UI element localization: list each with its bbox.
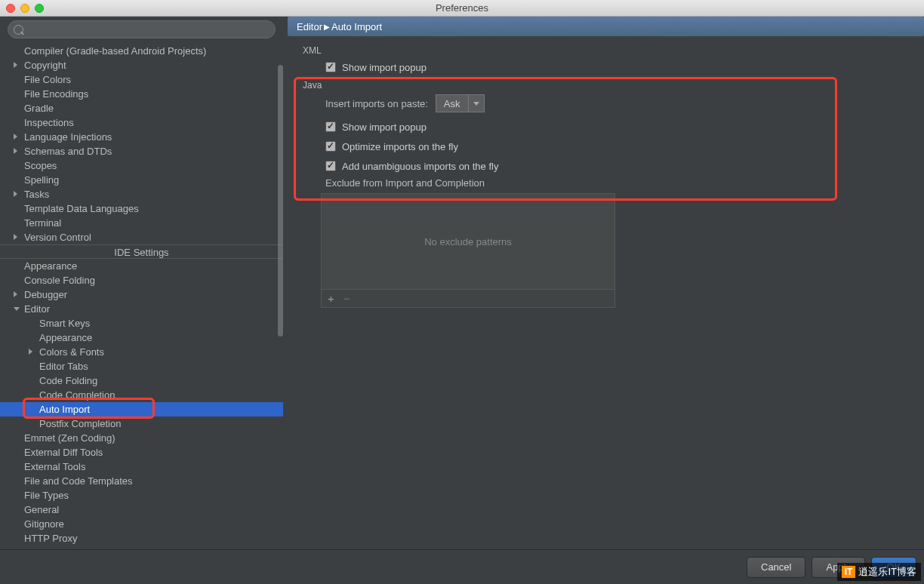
sidebar-item[interactable]: Postfix Completion — [0, 416, 283, 431]
insert-on-paste-select[interactable]: Ask — [436, 94, 485, 112]
minimize-window-button[interactable] — [20, 4, 29, 13]
java-optimize-label: Optimize imports on the fly — [342, 141, 458, 152]
sidebar-item[interactable]: Spelling — [0, 173, 283, 187]
sidebar-item-label: Editor — [24, 303, 50, 315]
sidebar-item-label: Scopes — [24, 160, 57, 171]
settings-content: XML Show import popup Java Insert import… — [288, 36, 924, 549]
breadcrumb: Editor ▶ Auto Import — [288, 17, 924, 36]
exclude-placeholder: No exclude patterns — [424, 236, 512, 247]
sidebar-item[interactable]: File and Code Templates — [0, 474, 283, 488]
java-unambiguous-row[interactable]: Add unambiguous imports on the fly — [325, 158, 913, 174]
window-title: Preferences — [436, 2, 488, 14]
sidebar-item[interactable]: Code Folding — [0, 373, 283, 388]
sidebar-item-label: Postfix Completion — [39, 418, 121, 429]
sidebar-item[interactable]: Editor — [0, 302, 283, 316]
sidebar-item[interactable]: Gradle — [0, 101, 283, 115]
chevron-down-icon — [14, 307, 20, 311]
remove-button[interactable]: − — [343, 292, 350, 305]
sidebar-item[interactable]: Smart Keys — [0, 316, 283, 330]
sidebar-item-label: Smart Keys — [39, 318, 90, 329]
window-controls — [6, 4, 44, 13]
checkbox-checked-icon[interactable] — [325, 121, 336, 132]
dialog-footer: Cancel Apply OK — [0, 549, 924, 584]
sidebar-item[interactable]: Colors & Fonts — [0, 345, 283, 359]
zoom-window-button[interactable] — [35, 4, 44, 13]
sidebar-item-label: External Tools — [24, 461, 85, 472]
checkbox-checked-icon[interactable] — [325, 161, 336, 171]
sidebar-item-label: Tasks — [24, 189, 49, 200]
settings-main: Editor ▶ Auto Import XML Show import pop… — [288, 17, 924, 549]
sidebar-item-label: Code Folding — [39, 375, 97, 386]
watermark: IT 逍遥乐IT博客 — [837, 563, 921, 581]
sidebar-item-label: Emmet (Zen Coding) — [24, 432, 116, 444]
sidebar-item[interactable]: Compiler (Gradle-based Android Projects) — [0, 44, 283, 58]
sidebar-item[interactable]: Appearance — [0, 259, 283, 273]
titlebar: Preferences — [0, 0, 924, 17]
sidebar-item[interactable]: Scopes — [0, 158, 283, 173]
sidebar-item-label: HTTP Proxy — [24, 533, 78, 544]
search-wrap — [0, 17, 283, 42]
java-show-popup-row[interactable]: Show import popup — [325, 118, 913, 135]
checkbox-checked-icon[interactable] — [325, 141, 336, 152]
sidebar-item-label: External Diff Tools — [24, 447, 103, 458]
sidebar-item-label: Version Control — [24, 232, 91, 243]
chevron-right-icon — [14, 134, 17, 140]
sidebar-item[interactable]: Terminal — [0, 216, 283, 230]
sidebar-item[interactable]: Copyright — [0, 58, 283, 72]
sidebar-item-label: Auto Import — [39, 404, 90, 415]
sidebar-item-label: Spelling — [24, 174, 59, 186]
sidebar-item-label: Gitignore — [24, 518, 64, 530]
sidebar-item[interactable]: File Colors — [0, 72, 283, 87]
settings-tree[interactable]: Compiler (Gradle-based Android Projects)… — [0, 42, 283, 549]
sidebar-item[interactable]: Tasks — [0, 187, 283, 201]
add-button[interactable]: + — [328, 292, 334, 305]
sidebar-item-label: Console Folding — [24, 275, 95, 286]
sidebar-item[interactable]: Version Control — [0, 230, 283, 244]
sidebar-item-label: Language Injections — [24, 131, 112, 143]
sidebar-item[interactable]: File Encodings — [0, 87, 283, 101]
xml-show-popup-row[interactable]: Show import popup — [325, 59, 913, 75]
java-unambiguous-label: Add unambiguous imports on the fly — [342, 161, 498, 172]
cancel-button[interactable]: Cancel — [747, 557, 805, 578]
sidebar-item[interactable]: Code Completion — [0, 388, 283, 402]
sidebar-item-label: Inspections — [24, 117, 74, 128]
exclude-list[interactable]: No exclude patterns — [321, 193, 615, 290]
sidebar-item[interactable]: Template Data Languages — [0, 201, 283, 216]
exclude-toolbar: + − — [321, 290, 615, 308]
java-group-label: Java — [303, 80, 913, 91]
sidebar-item[interactable]: Auto Import — [0, 402, 283, 416]
breadcrumb-root: Editor — [297, 21, 322, 32]
sidebar-item-label: Template Data Languages — [24, 203, 139, 214]
sidebar-item-label: Editor Tabs — [39, 361, 88, 372]
sidebar-item[interactable]: File Types — [0, 488, 283, 503]
xml-show-popup-label: Show import popup — [342, 62, 427, 73]
checkbox-checked-icon[interactable] — [325, 62, 336, 72]
chevron-right-icon — [14, 191, 17, 197]
sidebar-item[interactable]: General — [0, 503, 283, 517]
sidebar-item-label: File Colors — [24, 74, 71, 85]
sidebar-item-label: File Encodings — [24, 88, 88, 100]
chevron-right-icon — [14, 148, 17, 154]
sidebar-item[interactable]: Schemas and DTDs — [0, 144, 283, 158]
sidebar-item[interactable]: External Tools — [0, 460, 283, 474]
sidebar-item[interactable]: External Diff Tools — [0, 445, 283, 460]
sidebar-item[interactable]: Console Folding — [0, 273, 283, 287]
java-optimize-row[interactable]: Optimize imports on the fly — [325, 138, 913, 155]
sidebar-item[interactable]: Editor Tabs — [0, 359, 283, 373]
chevron-right-icon — [29, 349, 32, 355]
sidebar-item[interactable]: Inspections — [0, 115, 283, 130]
close-window-button[interactable] — [6, 4, 15, 13]
sidebar-item[interactable]: Debugger — [0, 287, 283, 302]
search-input[interactable] — [8, 20, 276, 38]
sidebar-item[interactable]: Gitignore — [0, 517, 283, 531]
sidebar-item[interactable]: Appearance — [0, 330, 283, 345]
sidebar-item[interactable]: Language Injections — [0, 130, 283, 144]
sidebar-item[interactable]: Emmet (Zen Coding) — [0, 431, 283, 445]
exclude-heading: Exclude from Import and Completion — [325, 177, 913, 189]
chevron-right-icon — [14, 291, 17, 297]
sidebar-item-label: Appearance — [24, 260, 77, 272]
sidebar-item[interactable]: HTTP Proxy — [0, 531, 283, 546]
ide-settings-heading: IDE Settings — [0, 244, 283, 259]
chevron-down-icon — [469, 102, 484, 106]
insert-on-paste-row: Insert imports on paste: Ask — [325, 94, 913, 112]
